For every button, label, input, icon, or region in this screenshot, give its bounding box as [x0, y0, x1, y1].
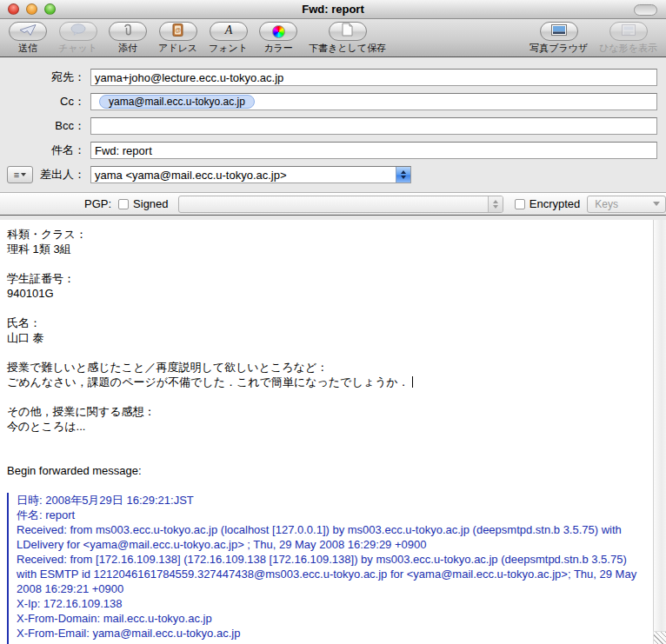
- chat-button[interactable]: チャット: [58, 22, 97, 55]
- font-label: フォント: [209, 42, 248, 55]
- from-account-popup[interactable]: yama <yama@mail.ecc.u-tokyo.ac.jp>: [90, 166, 411, 183]
- photo-browser-label: 写真ブラウザ: [529, 42, 588, 55]
- subject-label: 件名：: [0, 143, 90, 158]
- body-line: [7, 434, 646, 448]
- body-line: [7, 448, 646, 463]
- svg-text:@: @: [175, 27, 181, 33]
- body-line: [7, 389, 646, 404]
- body-line: 山口 泰: [7, 330, 646, 345]
- list-icon: ≡: [14, 170, 19, 179]
- attach-button[interactable]: 添付: [109, 22, 147, 55]
- colors-label: カラー: [263, 42, 293, 55]
- stationery-button[interactable]: ひな形を表示: [599, 22, 657, 55]
- cc-field[interactable]: yama@mail.ecc.u-tokyo.ac.jp: [90, 93, 657, 110]
- save-draft-button[interactable]: 下書きとして保存: [309, 22, 386, 55]
- to-row: 宛先： yama+joho@lecture.ecc.u-tokyo.ac.jp: [0, 69, 657, 86]
- body-line: [7, 256, 646, 271]
- attach-label: 添付: [118, 42, 137, 55]
- color-wheel-icon: [272, 25, 285, 38]
- cc-label: Cc：: [0, 94, 90, 110]
- to-label: 宛先：: [0, 70, 90, 85]
- bcc-label: Bcc：: [0, 118, 90, 134]
- pgp-keys-popup[interactable]: Keys: [587, 196, 666, 213]
- pgp-key-popup[interactable]: [178, 196, 503, 213]
- quote-line: X-Ip: 172.16.109.138: [17, 596, 646, 611]
- chat-bubble-icon: [70, 23, 86, 39]
- subject-value: Fwd: report: [95, 144, 152, 157]
- pgp-keys-popup-value: Keys: [595, 198, 618, 210]
- header-fields-menu-button[interactable]: ≡: [7, 166, 33, 183]
- pgp-encrypted-label: Encrypted: [529, 197, 581, 210]
- from-value: yama <yama@mail.ecc.u-tokyo.ac.jp>: [95, 169, 287, 182]
- message-body-editor[interactable]: 科類・クラス：理科 1類 3組 学生証番号：940101G 氏名：山口 泰 授業…: [0, 220, 653, 644]
- popup-stepper-icon: [396, 167, 410, 183]
- quote-line: Received: from ms003.ecc.u-tokyo.ac.jp (…: [17, 522, 646, 552]
- window-title: Fwd: report: [0, 3, 666, 16]
- quote-line: 日時: 2008年5月29日 16:29:21:JST: [17, 493, 646, 508]
- chevron-down-icon: [653, 202, 660, 206]
- window-resize-grip-icon[interactable]: [653, 631, 666, 644]
- window-controls: [0, 3, 56, 15]
- send-button[interactable]: 送信: [9, 22, 47, 55]
- subject-field[interactable]: Fwd: report: [90, 142, 657, 159]
- body-line: ごめんなさい，課題のページが不備でした．これで簡単になったでしょうか．: [7, 375, 646, 389]
- bcc-row: Bcc：: [0, 117, 657, 135]
- photo-icon: [551, 23, 567, 39]
- from-row: ≡ 差出人： yama <yama@mail.ecc.u-tokyo.ac.jp…: [0, 166, 657, 183]
- chat-label: チャット: [58, 42, 97, 55]
- paperclip-icon: [122, 23, 134, 40]
- body-line: 氏名：: [7, 315, 646, 330]
- pgp-signed-label: Signed: [133, 197, 168, 210]
- body-line: 科類・クラス：: [7, 227, 646, 242]
- cc-row: Cc： yama@mail.ecc.u-tokyo.ac.jp: [0, 93, 657, 110]
- body-line: 940101G: [7, 286, 646, 301]
- address-book-icon: @: [172, 23, 183, 40]
- bcc-field[interactable]: [90, 117, 657, 135]
- colors-button[interactable]: カラー: [259, 22, 297, 55]
- font-button[interactable]: A フォント: [209, 22, 248, 55]
- cc-address-token[interactable]: yama@mail.ecc.u-tokyo.ac.jp: [99, 95, 255, 109]
- send-icon: [19, 23, 37, 39]
- quote-line: 件名: report: [17, 508, 646, 522]
- draft-document-icon: [342, 23, 353, 40]
- address-label: アドレス: [158, 42, 197, 55]
- message-body-lines: 科類・クラス：理科 1類 3組 学生証番号：940101G 氏名：山口 泰 授業…: [7, 227, 646, 493]
- svg-text:A: A: [223, 23, 232, 37]
- quote-line: Received: from [172.16.109.138] (172.16.…: [17, 552, 646, 596]
- send-label: 送信: [18, 42, 37, 55]
- stationery-label: ひな形を表示: [599, 42, 657, 55]
- body-line: [7, 301, 646, 315]
- body-line: [7, 345, 646, 360]
- title-bar[interactable]: Fwd: report: [0, 0, 666, 19]
- toolbar: 送信 チャット 添付 @ アドレス A フォント: [0, 19, 666, 57]
- body-line: その他，授業に関する感想：: [7, 404, 646, 419]
- font-a-icon: A: [223, 23, 235, 40]
- forwarded-message-quote: 日時: 2008年5月29日 16:29:21:JST件名: reportRec…: [7, 493, 646, 644]
- body-line: Begin forwarded message:: [7, 463, 646, 478]
- subject-row: 件名： Fwd: report: [0, 142, 657, 159]
- to-value: yama+joho@lecture.ecc.u-tokyo.ac.jp: [95, 71, 283, 84]
- to-field[interactable]: yama+joho@lecture.ecc.u-tokyo.ac.jp: [90, 69, 657, 86]
- vertical-scrollbar[interactable]: [653, 220, 666, 631]
- minimize-window-button[interactable]: [26, 3, 37, 15]
- pgp-signed-checkbox[interactable]: [118, 199, 129, 209]
- zoom-window-button[interactable]: [44, 3, 56, 15]
- toolbar-toggle-button[interactable]: [634, 4, 657, 16]
- pgp-encrypted-checkbox[interactable]: [515, 199, 525, 209]
- close-window-button[interactable]: [8, 3, 19, 15]
- photo-browser-button[interactable]: 写真ブラウザ: [529, 22, 588, 55]
- save-draft-label: 下書きとして保存: [309, 42, 386, 55]
- pgp-label: PGP:: [84, 197, 111, 210]
- popup-stepper-icon: [488, 196, 503, 212]
- mail-compose-window: Fwd: report 送信 チャット 添付 @ アドレス: [0, 0, 666, 644]
- body-line: 学生証番号：: [7, 271, 646, 286]
- address-button[interactable]: @ アドレス: [158, 22, 197, 55]
- stationery-icon: [622, 23, 636, 39]
- chevron-down-icon: [21, 173, 26, 176]
- message-body-area: 科類・クラス：理科 1類 3組 学生証番号：940101G 氏名：山口 泰 授業…: [0, 220, 666, 644]
- message-headers: 宛先： yama+joho@lecture.ecc.u-tokyo.ac.jp …: [0, 57, 666, 192]
- quote-line: X-From-Email: yama@mail.ecc.u-tokyo.ac.j…: [17, 626, 646, 641]
- pgp-bar: PGP: Signed Encrypted Keys: [0, 192, 666, 216]
- body-line: 授業で難しいと感じたこと／再度説明して欲しいところなど：: [7, 360, 646, 375]
- body-line: 理科 1類 3組: [7, 242, 646, 256]
